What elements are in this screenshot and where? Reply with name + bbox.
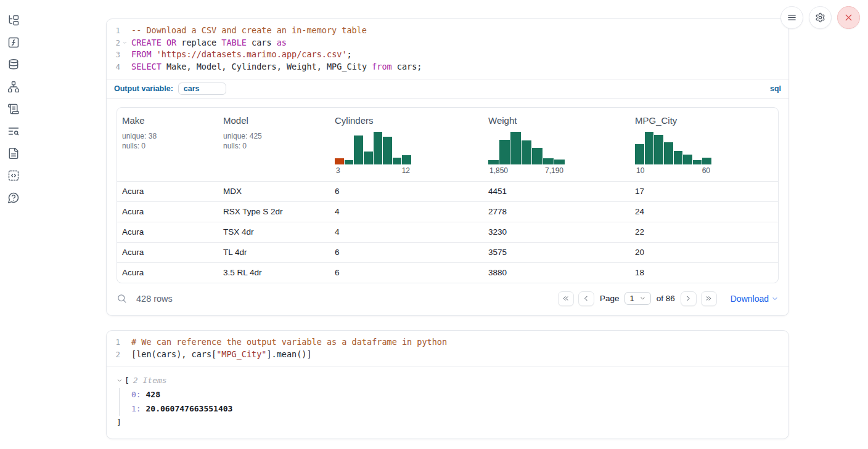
histogram-bar [664,142,673,164]
histogram-bar [635,144,644,164]
page-total-label: of 86 [657,294,675,303]
notebook-menu-button[interactable] [780,6,803,29]
settings-button[interactable] [809,6,832,29]
sidebar-item-data-sources[interactable] [7,58,20,71]
fold-chevron-icon[interactable] [120,37,129,49]
file-tree-icon [7,14,20,26]
column-header-weight[interactable]: Weight1,8507,190 [483,115,630,175]
axis-max-label: 7,190 [545,166,563,175]
chevron-down-icon [117,378,123,384]
histogram-bar [345,160,354,164]
histogram-bar [364,152,373,164]
code-text: FROM 'https://datasets.marimo.app/cars.c… [129,49,352,61]
sidebar-item-dependency-graph[interactable] [7,80,20,93]
histogram-bar [693,160,702,164]
top-controls [780,6,860,29]
line-number: 1 [107,25,120,37]
fold-gutter [120,25,129,37]
histogram-bar [354,136,363,164]
chevrons-right-icon [705,294,713,302]
table-cell: Acura [117,227,218,237]
sidebar-item-help[interactable] [7,191,20,204]
column-title: Cylinders [335,115,478,126]
chevron-down-icon [639,295,646,302]
gear-icon [815,12,825,23]
sql-code-editor[interactable]: 1-- Download a CSV and create an in-memo… [107,19,788,79]
first-page-button[interactable] [558,291,574,306]
code-square-icon [7,169,20,182]
sidebar-item-scratchpad[interactable] [7,102,20,115]
page-select-value: 1 [629,294,634,303]
search-button[interactable] [117,293,127,304]
column-stats: unique: 425nulls: 0 [223,131,325,152]
pagination: Page 1 of 86 Download [558,291,779,306]
collapse-toggle[interactable] [117,378,123,384]
menu-icon [787,12,797,23]
histogram-axis-labels: 1060 [635,166,711,175]
chevron-right-icon [684,294,692,302]
column-header-make[interactable]: Makeunique: 38nulls: 0 [117,115,218,175]
column-title: Make [122,115,213,126]
fold-gutter [120,336,129,349]
sidebar-item-logs[interactable] [7,124,20,137]
fold-gutter [120,61,129,73]
axis-max-label: 12 [402,166,410,175]
python-code-editor[interactable]: 1# We can reference the output variable … [107,331,788,366]
code-line: 4SELECT Make, Model, Cylinders, Weight, … [107,61,788,73]
column-title: Model [223,115,325,126]
page-select[interactable]: 1 [624,292,650,305]
code-text: SELECT Make, Model, Cylinders, Weight, M… [129,61,422,73]
sidebar-item-snippets[interactable] [7,169,20,182]
shutdown-button[interactable] [837,6,860,29]
previous-page-button[interactable] [578,291,594,306]
item-value: 428 [145,390,160,399]
row-count: 428 rows [136,294,173,304]
sidebar-item-variables[interactable] [7,36,20,49]
histogram-cylinders[interactable] [335,132,411,164]
sidebar [0,0,27,449]
histogram-mpg_city[interactable] [635,132,711,164]
table-cell: TL 4dr [218,248,330,257]
output-variable-bar: Output variable: sql [107,79,788,99]
column-title: MPG_City [635,115,773,126]
table-row: AcuraTSX 4dr4323022 [117,222,778,242]
last-page-button[interactable] [701,291,717,306]
column-stats: unique: 38nulls: 0 [122,131,213,152]
network-icon [7,81,20,93]
histogram-bar [488,160,499,164]
close-bracket: ] [117,416,779,429]
histogram-bar [335,158,344,164]
result-item: 1: 20.060747663551403 [131,402,779,416]
axis-min-label: 3 [336,166,340,175]
column-header-mpg_city[interactable]: MPG_City1060 [630,115,778,175]
table-cell: Acura [117,187,218,196]
histogram-axis-labels: 1,8507,190 [488,166,565,175]
histogram-bar [543,158,554,164]
sidebar-item-file-explorer[interactable] [7,14,20,26]
table-cell: 3230 [483,227,630,237]
line-number: 4 [107,61,120,73]
next-page-button[interactable] [681,291,697,306]
code-text: # We can reference the output variable a… [129,336,447,349]
histogram-bar [499,140,510,164]
histogram-weight[interactable] [488,132,565,164]
table-cell: RSX Type S 2dr [218,207,330,216]
column-header-cylinders[interactable]: Cylinders312 [330,115,483,175]
histogram-bar [554,160,565,164]
histogram-bar [645,132,654,164]
item-index: 1: [131,404,141,413]
column-header-model[interactable]: Modelunique: 425nulls: 0 [218,115,330,175]
line-number: 1 [107,336,120,349]
items-count: 2 Items [133,374,167,387]
histogram-bar [702,158,711,164]
histogram-bar [532,148,542,164]
output-variable-input[interactable] [178,83,226,95]
notebook: 1-- Download a CSV and create an in-memo… [106,0,789,449]
language-badge: sql [770,84,781,93]
download-button[interactable]: Download [731,294,779,304]
table-cell: MDX [218,187,330,196]
histogram-bar [674,151,683,164]
axis-min-label: 10 [636,166,644,175]
sidebar-item-documentation[interactable] [7,147,20,160]
axis-max-label: 60 [702,166,710,175]
